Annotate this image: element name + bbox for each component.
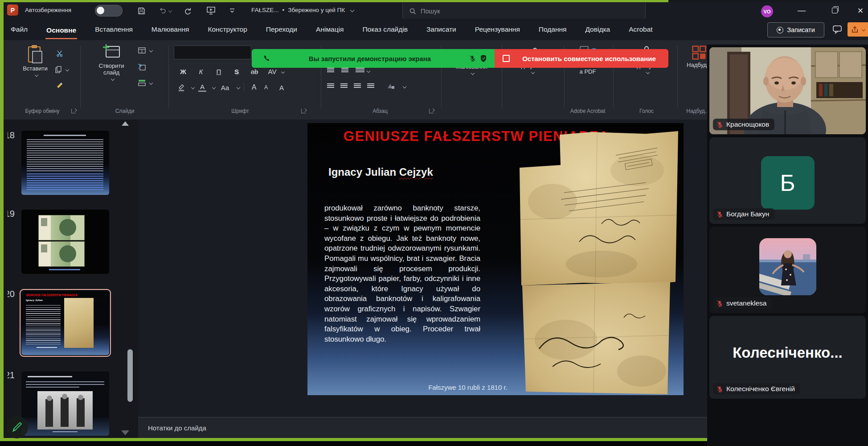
participant-initial-avatar: Б [761,156,815,210]
undo-dropdown-chevron [168,9,172,12]
customize-quick-access-button[interactable] [226,5,238,16]
participant-name-tile[interactable]: Колесніченко... Колесніченко Євгеній [709,316,866,399]
tab-file[interactable]: Файл [10,24,29,35]
justify-icon[interactable] [367,83,374,89]
stop-sharing-button[interactable]: Остановить совместное использование [495,49,668,68]
participant-initial-tile[interactable]: Б Богдан Бакун [709,137,866,224]
paragraph-group-label: Абзац [373,108,388,114]
tab-insert[interactable]: Вставлення [94,24,134,35]
drawing-chevron [471,71,474,75]
participant-name-badge: svetaneklesa [713,297,772,309]
tab-review[interactable]: Рецензування [474,24,521,35]
character-spacing-button[interactable]: AV [266,68,278,75]
tab-record[interactable]: Записати [426,24,457,35]
screenshare-banner-text: Вы запустили демонстрацию экрана [270,55,469,62]
comments-button[interactable] [830,22,845,37]
char-spacing-chevron [281,70,285,73]
redo-button[interactable] [182,5,193,16]
tab-view[interactable]: Подання [538,24,568,35]
copy-button[interactable] [55,66,69,73]
underline-button[interactable]: П [213,68,225,75]
shrink-font-button[interactable]: A [260,84,272,91]
clear-formatting-button[interactable]: A [276,84,287,91]
clipboard-dialog-launcher[interactable] [71,109,76,113]
slide-thumbnail-21[interactable] [21,372,109,436]
highlight-chevron [191,86,195,89]
align-right-icon[interactable] [354,83,361,89]
undo-button[interactable] [157,5,173,16]
paragraph-row2 [327,83,406,90]
font-color-button[interactable]: А [198,83,206,92]
slide-thumbnail-20-selected[interactable]: GENIUSZE FAŁSZERSTW PIENIĄDZA Ignacy Jul… [21,291,109,355]
save-button[interactable] [135,5,147,16]
autosave-toggle[interactable] [95,5,123,17]
align-center-icon[interactable] [340,83,348,89]
current-slide-canvas[interactable]: GENIUSZE FAŁSZERSTW PIENIĄDZA Ignacy Jul… [307,123,684,395]
dictate-chevron [646,70,649,74]
convert-smartart-icon[interactable] [387,83,395,90]
tab-transitions[interactable]: Переходи [265,24,298,35]
italic-button[interactable]: К [195,68,207,75]
tab-animations[interactable]: Анімація [315,24,344,35]
slide-thumbnail-19[interactable] [21,210,109,274]
text-shadow-button[interactable]: S [231,68,242,75]
slide-body-text: produkował zarówno banknoty starsze, sto… [324,203,480,344]
share-button[interactable] [848,22,868,37]
account-avatar[interactable]: VO [761,5,773,17]
toggle-knob [97,7,104,14]
voice-group-label: Голос [639,108,654,114]
participant-video-tile[interactable]: Краснощоков [709,47,866,134]
reset-slide-button[interactable] [138,63,146,70]
notes-placeholder: Нотатки до слайда [148,424,206,432]
phone-icon [263,55,270,62]
create-pdf-label-line2: a PDF [580,68,596,75]
thumbnail-scrollbar[interactable] [124,120,134,438]
start-slideshow-button[interactable] [205,5,217,16]
participant-photo-tile[interactable]: svetaneklesa [709,227,866,313]
section-button[interactable] [138,79,152,86]
decrease-indent-icon[interactable] [327,68,334,74]
save-icon [138,7,145,15]
bold-button[interactable]: Ж [177,68,189,75]
format-painter-button[interactable] [56,82,63,89]
minimize-button[interactable]: — [791,2,812,19]
align-left-icon[interactable] [327,83,334,89]
desktop-screenshot: P Автозбереження FAŁSZE... • Збережено у… [0,0,868,446]
highlight-pen-icon[interactable] [177,83,185,91]
tab-help[interactable]: Довідка [584,24,611,35]
participant-name-badge: Краснощоков [713,119,774,130]
tab-draw[interactable]: Малювання [151,24,190,35]
document-title[interactable]: FAŁSZE... • Збережено у цей ПК [251,7,354,13]
scrollbar-thumb[interactable] [127,349,133,402]
slide-layout-button[interactable] [138,47,152,54]
smartart-chevron [403,84,406,88]
record-presentation-button[interactable]: Записати [767,22,824,37]
search-input[interactable]: Пошук [402,3,646,20]
cut-button[interactable] [56,50,63,57]
grow-font-button[interactable]: A [248,83,260,91]
tab-design[interactable]: Конструктор [207,24,248,35]
powerpoint-app-icon: P [7,4,18,16]
tab-slideshow[interactable]: Показ слайдів [361,24,409,35]
notes-pane[interactable]: Нотатки до слайда [138,417,707,438]
font-name-combobox[interactable] [174,45,251,59]
close-button[interactable]: × [850,2,868,19]
restore-button[interactable] [824,2,845,19]
new-slide-button[interactable]: Створити слайд [91,44,132,80]
font-group-label: Шрифт [231,108,249,114]
strikethrough-button[interactable]: ab [249,68,260,75]
paragraph-dialog-launcher[interactable] [429,109,434,113]
tab-home[interactable]: Основне [45,25,77,39]
save-status: Збережено у цей ПК [288,7,345,13]
document-name: FAŁSZE... [251,7,279,13]
tab-acrobat[interactable]: Acrobat [628,24,653,35]
slide-thumbnail-18[interactable] [21,131,109,195]
increase-indent-icon[interactable] [341,68,348,74]
annotation-pencil-button[interactable] [6,416,28,438]
bullets-icon[interactable] [356,68,364,74]
customize-toolbar-icon [229,8,235,14]
change-case-button[interactable]: Aa [219,84,231,91]
font-dialog-launcher[interactable] [301,109,306,113]
slides-group-label: Слайди [115,108,135,114]
paste-button[interactable]: Вставити [16,45,54,76]
